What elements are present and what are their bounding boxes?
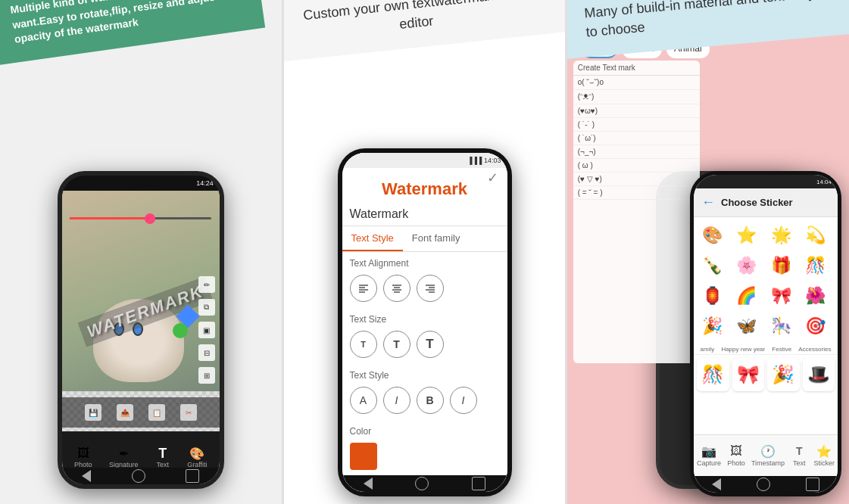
recents-button[interactable]	[186, 469, 199, 483]
back-button[interactable]	[82, 470, 91, 482]
status-bar-left: 14:24	[62, 176, 220, 191]
phone-nav-left	[62, 468, 220, 484]
sticker-8[interactable]: 🏮	[698, 282, 726, 310]
home-btn-right[interactable]	[757, 478, 770, 491]
sticker-0[interactable]: 🎨	[698, 222, 726, 249]
recents-btn-right[interactable]	[806, 478, 819, 491]
home-btn-center[interactable]	[415, 477, 429, 490]
sticker-15[interactable]: 🎯	[802, 313, 829, 340]
battery-indicator: ▐▐▐ 14:03	[467, 157, 501, 164]
nav-text-right[interactable]: T Text	[791, 444, 807, 467]
size-medium-icon[interactable]: T	[383, 331, 410, 358]
stack2-icon[interactable]: ⊟	[198, 344, 215, 361]
nav-capture[interactable]: 📷 Capture	[697, 444, 721, 467]
time-right: 14:04	[816, 179, 832, 185]
align-right-icon[interactable]	[417, 275, 444, 302]
sticker-14[interactable]: 🎠	[767, 313, 794, 340]
pencil-icon[interactable]: ✏	[198, 276, 215, 293]
text-list-panel: Create Text mark o( ˘⌣˘)o (ᵔᴥᵔ) (♥ω♥) ( …	[573, 61, 700, 363]
sticker-13[interactable]: 🦋	[733, 313, 760, 340]
size-small-icon[interactable]: T	[350, 331, 377, 358]
nav-text[interactable]: T Text	[155, 447, 170, 468]
opacity-slider[interactable]	[70, 213, 211, 225]
sticker-2[interactable]: 🌟	[767, 222, 794, 249]
nav-sticker[interactable]: ⭐ Sticker	[813, 444, 835, 467]
text-item-3[interactable]: ( ˙-˙ )	[573, 118, 700, 132]
sticker-4[interactable]: 🍾	[698, 252, 726, 279]
back-btn-right[interactable]	[712, 478, 721, 490]
share-icon[interactable]: 📋	[148, 404, 165, 421]
slider-fill	[70, 217, 155, 219]
color-swatch[interactable]	[350, 443, 377, 470]
checkmark[interactable]: ✓	[487, 170, 498, 186]
size-label: Text Size	[342, 308, 507, 328]
photo-label-right: Photo	[727, 459, 745, 467]
sticker-6[interactable]: 🎁	[767, 252, 794, 279]
nav-photo[interactable]: 🖼 Photo	[74, 447, 92, 468]
size-large-icon[interactable]: T	[417, 331, 444, 358]
bottom-sticker-2[interactable]: 🎉	[767, 358, 800, 391]
stack1-icon[interactable]: ▣	[198, 322, 215, 338]
left-banner: Multiple kind of watermark can add as yo…	[0, 0, 265, 67]
alignment-icons	[342, 272, 507, 308]
sticker-1[interactable]: ⭐	[733, 222, 760, 249]
italic-style-icon[interactable]: I	[383, 387, 410, 414]
align-center-icon[interactable]	[383, 275, 410, 302]
phone-nav-center	[342, 475, 507, 492]
sticker-12[interactable]: 🎉	[698, 313, 726, 340]
bottom-sticker-1[interactable]: 🎀	[732, 358, 765, 391]
bold-italic-style-icon[interactable]: I	[450, 387, 477, 414]
alignment-label: Text Alignment	[342, 252, 507, 272]
nav-graffiti[interactable]: 🎨 Graffiti	[187, 447, 207, 468]
close-icon[interactable]: ✂	[180, 404, 197, 421]
right-content: Many of build-in material and text for y…	[567, 0, 849, 504]
home-button[interactable]	[132, 469, 145, 483]
text-label-right: Text	[793, 459, 806, 467]
tab-font-family[interactable]: Font family	[403, 226, 470, 251]
sticker-bottom-row: 🎊 🎀 🎉 🎩	[694, 355, 838, 394]
sticker-11[interactable]: 🌺	[802, 282, 829, 310]
text-item-1[interactable]: (ᵔᴥᵔ)	[573, 90, 700, 104]
text-item-2[interactable]: (♥ω♥)	[573, 104, 700, 118]
nav-photo-right[interactable]: 🖼 Photo	[727, 444, 745, 467]
text-list-header: Create Text mark	[573, 61, 700, 76]
sticker-7[interactable]: 🎊	[802, 252, 829, 279]
copy-icon[interactable]: ⧉	[198, 299, 215, 316]
sticker-5[interactable]: 🌸	[733, 252, 760, 279]
save-icon[interactable]: 💾	[85, 404, 101, 421]
nav-timestamp[interactable]: 🕐 Timestamp	[751, 444, 785, 467]
bottom-sticker-0[interactable]: 🎊	[697, 358, 729, 391]
text-item-7[interactable]: (♥ ▽ ♥)	[573, 173, 700, 186]
bold-style-icon[interactable]: B	[417, 387, 444, 414]
text-item-0[interactable]: o( ˘⌣˘)o	[573, 76, 700, 90]
phone-nav-right	[694, 476, 838, 493]
nav-signature[interactable]: ✒ Signature	[109, 447, 139, 468]
status-bar-right: 14:04	[694, 175, 838, 188]
photo-icon: 🖼	[76, 447, 91, 459]
align-left-icon[interactable]	[350, 275, 377, 302]
text-item-6[interactable]: ( ω )	[573, 159, 700, 173]
choose-sticker-header: ← Choose Sticker	[694, 188, 838, 217]
export-icon[interactable]: 📤	[117, 404, 133, 421]
status-bar-center: ▐▐▐ 14:03	[342, 153, 507, 168]
back-btn-center[interactable]	[364, 478, 373, 490]
sticker-3[interactable]: 💫	[802, 222, 829, 249]
recents-btn-center[interactable]	[472, 477, 485, 490]
bottom-nav-right: 📷 Capture 🖼 Photo 🕐 Timestamp T Text ⭐	[694, 434, 838, 476]
watermark-input[interactable]: Watermark	[342, 203, 507, 226]
back-arrow-icon[interactable]: ←	[701, 194, 715, 210]
center-screen: ▐▐▐ 14:03 ✓ Watermark Watermark Text Sty…	[342, 153, 507, 492]
label-family: amily	[701, 346, 715, 353]
sticker-10[interactable]: 🎀	[767, 282, 794, 310]
capture-icon: 📷	[701, 444, 717, 458]
sticker-9[interactable]: 🌈	[733, 282, 760, 310]
normal-style-icon[interactable]: A	[350, 387, 377, 414]
text-item-4[interactable]: ( ˙ω˙)	[573, 132, 700, 145]
text-item-5[interactable]: (¬_¬)	[573, 145, 700, 159]
timestamp-label: Timestamp	[751, 459, 785, 467]
bottom-sticker-3[interactable]: 🎩	[803, 358, 835, 391]
text-item-8[interactable]: ( = ˘ = )	[573, 186, 700, 200]
tab-text-style[interactable]: Text Style	[342, 226, 403, 251]
timestamp-icon: 🕐	[760, 444, 776, 458]
stack3-icon[interactable]: ⊞	[198, 367, 215, 384]
